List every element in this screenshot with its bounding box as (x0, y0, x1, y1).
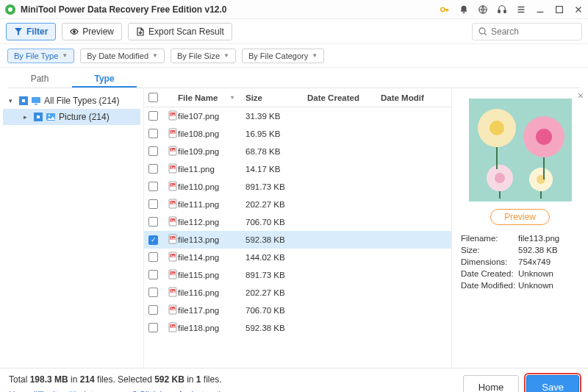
svg-point-45 (171, 290, 173, 291)
status-text: Total 198.3 MB in 214 files. Selected 59… (9, 373, 237, 392)
checkbox-icon[interactable] (19, 96, 28, 105)
row-checkbox[interactable] (148, 235, 158, 245)
svg-point-8 (479, 28, 485, 34)
image-file-icon (168, 163, 178, 174)
table-row[interactable]: file114.png144.02 KB (144, 249, 451, 266)
row-checkbox[interactable] (148, 270, 158, 279)
file-size: 68.78 KB (245, 147, 307, 156)
chip-file-size[interactable]: By File Size▼ (171, 49, 236, 63)
search-box[interactable] (472, 23, 582, 40)
file-size: 202.27 KB (245, 288, 307, 297)
preview-open-button[interactable]: Preview (490, 209, 550, 225)
globe-icon[interactable] (478, 4, 488, 15)
file-size: 16.95 KB (245, 129, 307, 138)
search-input[interactable] (491, 26, 572, 37)
picture-icon (46, 112, 56, 122)
tab-path[interactable]: Path (7, 71, 72, 88)
table-row[interactable]: file11.png14.17 KB (144, 160, 451, 178)
file-list-body[interactable]: file107.png31.39 KBfile108.png16.95 KBfi… (144, 107, 451, 368)
export-button[interactable]: Export Scan Result (128, 23, 232, 40)
row-checkbox[interactable] (148, 252, 158, 262)
svg-point-36 (171, 237, 173, 238)
svg-point-54 (490, 121, 504, 135)
close-icon[interactable] (573, 4, 584, 15)
headset-icon[interactable] (497, 4, 507, 15)
table-row[interactable]: file109.png68.78 KB (144, 143, 451, 160)
maximize-icon[interactable] (554, 4, 564, 15)
search-icon (478, 27, 487, 36)
svg-point-30 (171, 202, 173, 203)
table-row[interactable]: file111.png202.27 KB (144, 196, 451, 213)
chevron-down-icon: ▼ (62, 52, 68, 59)
row-checkbox[interactable] (148, 199, 158, 209)
table-row[interactable]: file113.png592.38 KB (144, 231, 451, 249)
image-file-icon (168, 146, 178, 156)
table-row[interactable]: file108.png16.95 KB (144, 125, 451, 143)
row-checkbox[interactable] (148, 164, 158, 174)
file-size: 202.27 KB (245, 200, 307, 209)
image-file-icon (168, 269, 178, 279)
preview-button[interactable]: Preview (62, 23, 122, 40)
row-checkbox[interactable] (148, 217, 158, 227)
tree-root-label: All File Types (214) (44, 96, 120, 106)
table-row[interactable]: file116.png202.27 KB (144, 284, 451, 302)
column-created[interactable]: Date Created (307, 93, 381, 102)
row-checkbox[interactable] (148, 288, 158, 297)
row-checkbox[interactable] (148, 182, 158, 191)
column-modified[interactable]: Date Modif (381, 93, 447, 102)
row-checkbox[interactable] (148, 146, 158, 156)
svg-point-7 (74, 30, 76, 32)
file-size: 891.73 KB (245, 182, 307, 191)
chevron-down-icon: ▼ (312, 52, 318, 59)
preview-meta: Filename:file113.png Size:592.38 KB Dime… (461, 234, 579, 290)
chip-date-modified[interactable]: By Date Modified▼ (80, 49, 165, 63)
svg-point-56 (536, 129, 552, 145)
chip-file-type[interactable]: By File Type▼ (7, 49, 74, 63)
minimize-icon[interactable] (535, 4, 545, 15)
image-file-icon (168, 128, 178, 138)
table-row[interactable]: file115.png891.73 KB (144, 266, 451, 284)
filter-button[interactable]: Filter (6, 23, 56, 40)
select-all-checkbox[interactable] (148, 93, 158, 102)
file-name: file11.png (178, 165, 245, 174)
statusbar: Total 198.3 MB in 214 files. Selected 59… (0, 368, 588, 392)
tree-picture[interactable]: ▸ Picture (214) (3, 109, 140, 125)
titlebar: MiniTool Power Data Recovery Free Editio… (0, 0, 588, 19)
table-row[interactable]: file110.png891.73 KB (144, 178, 451, 196)
save-button[interactable]: Save (526, 375, 579, 392)
row-checkbox[interactable] (148, 129, 158, 138)
preview-thumbnail (469, 99, 572, 202)
row-checkbox[interactable] (148, 323, 158, 332)
column-size[interactable]: Size (245, 93, 307, 102)
file-size: 706.70 KB (245, 218, 307, 227)
image-file-icon (168, 304, 178, 315)
table-row[interactable]: file112.png706.70 KB (144, 213, 451, 231)
chevron-down-icon: ▼ (152, 52, 158, 59)
svg-rect-5 (504, 10, 506, 13)
help-link[interactable]: Have difficulty with data recovery? Clic… (9, 390, 237, 393)
row-checkbox[interactable] (148, 305, 158, 315)
filter-bar: By File Type▼ By Date Modified▼ By File … (0, 44, 588, 68)
close-preview-icon[interactable]: × (578, 90, 584, 101)
menu-icon[interactable] (516, 4, 526, 15)
tab-type[interactable]: Type (72, 71, 137, 88)
chevron-down-icon: ▼ (223, 52, 229, 59)
bell-icon[interactable] (459, 4, 469, 15)
key-icon[interactable] (440, 4, 450, 15)
table-row[interactable]: file118.png592.38 KB (144, 319, 451, 337)
sort-icon: ▾ (231, 94, 234, 101)
tree-root[interactable]: ▾ All File Types (214) (3, 93, 140, 109)
table-row[interactable]: file117.png706.70 KB (144, 302, 451, 319)
column-name[interactable]: File Name▾ (178, 93, 245, 102)
svg-point-39 (171, 254, 173, 256)
checkbox-icon[interactable] (34, 113, 43, 121)
chip-file-category[interactable]: By File Category▼ (242, 49, 324, 63)
file-name: file113.png (178, 235, 245, 244)
home-button[interactable]: Home (463, 375, 520, 392)
row-checkbox[interactable] (148, 111, 158, 121)
toolbar: Filter Preview Export Scan Result (0, 19, 588, 44)
table-row[interactable]: file107.png31.39 KB (144, 107, 451, 125)
file-name: file111.png (178, 200, 245, 209)
image-file-icon (168, 110, 178, 121)
export-label: Export Scan Result (148, 26, 224, 37)
